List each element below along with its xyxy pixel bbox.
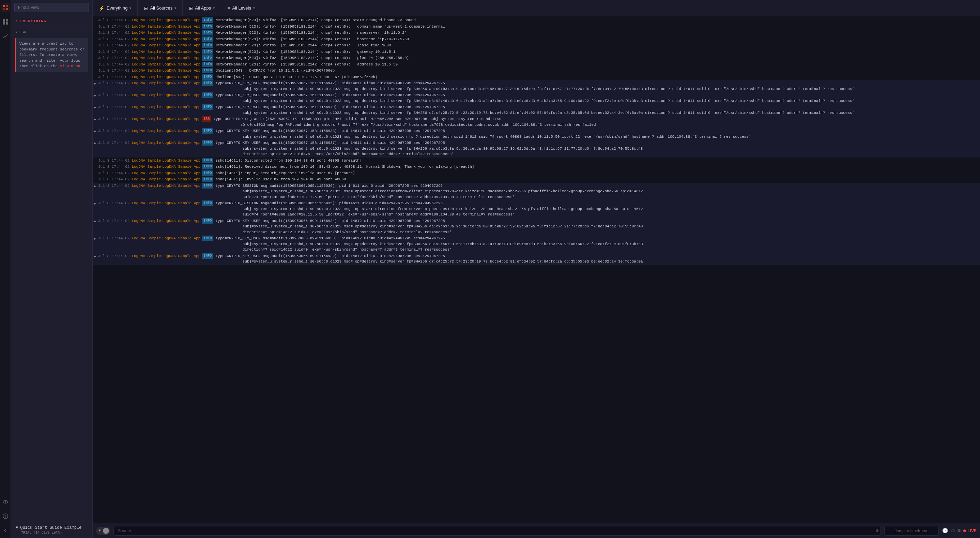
log-source: LogDNA Sample bbox=[132, 18, 161, 23]
log-line[interactable]: Jul 8 17:44:02 LogDNA Sample LogDNA Samp… bbox=[93, 24, 980, 30]
log-level-badge: INFO bbox=[202, 68, 213, 73]
log-line[interactable]: Jul 8 17:44:02 LogDNA Sample LogDNA Samp… bbox=[93, 158, 980, 164]
expand-arrow[interactable]: ▶ bbox=[94, 81, 96, 86]
expand-arrow[interactable]: ▶ bbox=[94, 254, 96, 259]
log-line[interactable]: Jul 8 17:44:02 LogDNA Sample LogDNA Samp… bbox=[93, 74, 980, 80]
log-line[interactable]: Jul 8 17:44:02 LogDNA Sample LogDNA Samp… bbox=[93, 36, 980, 43]
help-icon[interactable]: ? bbox=[2, 512, 10, 520]
log-line[interactable]: ▶Jul 8 17:44:02 LogDNA Sample LogDNA Sam… bbox=[93, 104, 980, 116]
log-line[interactable]: Jul 8 17:44:02 LogDNA Sample LogDNA Samp… bbox=[93, 17, 980, 24]
log-line[interactable]: Jul 8 17:44:02 LogDNA Sample LogDNA Samp… bbox=[93, 55, 980, 61]
log-source: LogDNA Sample bbox=[132, 116, 161, 122]
expand-arrow[interactable]: ▶ bbox=[94, 117, 96, 122]
expand-arrow[interactable]: ▶ bbox=[94, 105, 96, 110]
log-line[interactable]: Jul 8 17:44:02 LogDNA Sample LogDNA Samp… bbox=[93, 42, 980, 49]
timeframe-input[interactable]: Jump to timeframe bbox=[884, 526, 939, 536]
all-sources-button[interactable]: ⊟ All Sources ▾ bbox=[138, 0, 183, 16]
log-source: LogDNA Sample bbox=[132, 201, 161, 206]
log-timestamp: Jul 8 17:44:02 bbox=[98, 49, 129, 55]
everything-label: EVERYTHING bbox=[21, 19, 46, 23]
calendar-icon[interactable]: 🕐 bbox=[942, 528, 948, 533]
bolt-icon: ⚡ bbox=[99, 5, 105, 11]
svg-rect-4 bbox=[3, 19, 5, 24]
collapse-icon[interactable] bbox=[2, 527, 10, 535]
log-message: sshd[14611]: Invalid user nx from 109.10… bbox=[215, 177, 977, 182]
log-line[interactable]: Jul 8 17:44:02 LogDNA Sample LogDNA Samp… bbox=[93, 176, 980, 183]
log-source: LogDNA Sample bbox=[132, 37, 161, 42]
log-source: LogDNA Sample bbox=[132, 140, 161, 146]
all-apps-button[interactable]: ⊞ All Apps ▾ bbox=[183, 0, 221, 16]
svg-rect-5 bbox=[6, 19, 8, 21]
log-source: LogDNA Sample bbox=[132, 171, 161, 176]
log-line[interactable]: Jul 8 17:44:02 LogDNA Sample LogDNA Samp… bbox=[93, 61, 980, 68]
log-line[interactable]: ▶Jul 8 17:44:02 LogDNA Sample LogDNA Sam… bbox=[93, 128, 980, 140]
apps-icon: ⊞ bbox=[189, 5, 193, 11]
log-timestamp: Jul 8 17:44:02 bbox=[98, 24, 129, 30]
log-message: sshd[14611]: input_userauth_request: inv… bbox=[215, 171, 977, 176]
quick-start-section: ▼ Quick Start Guide Example TRIAL (14 da… bbox=[11, 522, 92, 538]
log-source: LogDNA Sample bbox=[132, 253, 161, 259]
expand-arrow[interactable]: ▶ bbox=[94, 201, 96, 206]
log-line[interactable]: ▶Jul 8 17:44:02 LogDNA Sample LogDNA Sam… bbox=[93, 218, 980, 236]
log-source: LogDNA Sample bbox=[132, 62, 161, 67]
log-app: LogDNA Sample App bbox=[162, 74, 200, 80]
log-timestamp: Jul 8 17:44:02 bbox=[98, 183, 129, 189]
log-level-badge: info bbox=[202, 30, 213, 35]
expand-arrow[interactable]: ▶ bbox=[94, 141, 96, 146]
log-line[interactable]: ▶Jul 8 17:44:02 LogDNA Sample LogDNA Sam… bbox=[93, 183, 980, 201]
expand-arrow[interactable]: ▶ bbox=[94, 184, 96, 189]
log-area[interactable]: Jul 8 17:44:02 LogDNA Sample LogDNA Samp… bbox=[93, 16, 980, 523]
log-timestamp: Jul 8 17:44:02 bbox=[98, 104, 129, 110]
log-line[interactable]: ▶Jul 8 17:44:02 LogDNA Sample LogDNA Sam… bbox=[93, 80, 980, 92]
log-message: NetworkManager[523]: <info> [1539953183.… bbox=[215, 24, 977, 30]
topbar: ⚡ Everything ▾ ⊟ All Sources ▾ ⊞ All App… bbox=[93, 0, 980, 16]
expand-arrow[interactable]: ▶ bbox=[94, 219, 96, 224]
find-view-input[interactable] bbox=[14, 3, 89, 12]
panels-icon[interactable] bbox=[2, 18, 10, 26]
log-source: LogDNA Sample bbox=[132, 158, 161, 164]
search-help-icon[interactable]: ⊕ bbox=[874, 528, 880, 533]
log-source: LogDNA Sample bbox=[132, 236, 161, 241]
live-badge[interactable]: LIVE bbox=[963, 528, 977, 533]
bolt-icon: ⚡ bbox=[16, 19, 18, 23]
log-source: LogDNA Sample bbox=[132, 80, 161, 86]
log-message: type=CRYPTO_KEY_USER msg=audit(153995306… bbox=[215, 236, 977, 253]
log-line[interactable]: Jul 8 17:44:02 LogDNA Sample LogDNA Samp… bbox=[93, 30, 980, 36]
log-source: LogDNA Sample bbox=[132, 55, 161, 61]
log-app: LogDNA Sample App bbox=[162, 55, 200, 61]
trial-label: TRIAL (14 days left) bbox=[16, 530, 88, 535]
eye-icon[interactable] bbox=[2, 498, 10, 506]
graph-icon[interactable] bbox=[2, 32, 10, 40]
everything-nav-item[interactable]: ⚡ EVERYTHING bbox=[11, 15, 92, 27]
theme-toggle[interactable]: ☀ bbox=[96, 527, 110, 535]
expand-arrow[interactable]: ▶ bbox=[94, 129, 96, 134]
log-line[interactable]: Jul 8 17:44:02 LogDNA Sample LogDNA Samp… bbox=[93, 67, 980, 74]
logo-icon[interactable] bbox=[2, 3, 10, 11]
log-line[interactable]: ▶Jul 8 17:44:02 LogDNA Sample LogDNA Sam… bbox=[93, 140, 980, 158]
log-message: sshd[14611]: Received disconnect from 10… bbox=[215, 164, 977, 170]
svg-rect-2 bbox=[3, 8, 5, 10]
log-line[interactable]: Jul 8 17:44:02 LogDNA Sample LogDNA Samp… bbox=[93, 170, 980, 177]
log-level-badge: INFO bbox=[202, 218, 213, 224]
log-timestamp: Jul 8 17:44:02 bbox=[98, 37, 129, 42]
settings-icon-bottom[interactable]: ⚙ bbox=[951, 527, 955, 534]
log-line[interactable]: ▶Jul 8 17:44:02 LogDNA Sample LogDNA Sam… bbox=[93, 200, 980, 218]
log-source: LogDNA Sample bbox=[132, 183, 161, 189]
log-level-badge: INFO bbox=[202, 201, 213, 206]
log-line[interactable]: ▶Jul 8 17:44:02 LogDNA Sample LogDNA Sam… bbox=[93, 253, 980, 265]
log-line[interactable]: ▶Jul 8 17:44:02 LogDNA Sample LogDNA Sam… bbox=[93, 116, 980, 128]
log-line[interactable]: Jul 8 17:44:02 LogDNA Sample LogDNA Samp… bbox=[93, 49, 980, 55]
log-line[interactable]: ▶Jul 8 17:44:02 LogDNA Sample LogDNA Sam… bbox=[93, 235, 980, 253]
everything-button[interactable]: ⚡ Everything ▾ bbox=[93, 0, 138, 16]
log-app: LogDNA Sample App bbox=[162, 236, 200, 241]
filter-icon[interactable]: ≡ bbox=[958, 528, 961, 534]
expand-arrow[interactable]: ▶ bbox=[94, 93, 96, 98]
log-app: LogDNA Sample App bbox=[162, 177, 200, 182]
log-line[interactable]: Jul 8 17:44:02 LogDNA Sample LogDNA Samp… bbox=[93, 164, 980, 170]
log-line[interactable]: ▶Jul 8 17:44:02 LogDNA Sample LogDNA Sam… bbox=[93, 92, 980, 104]
expand-arrow[interactable]: ▶ bbox=[94, 236, 96, 241]
quick-start-header[interactable]: ▼ Quick Start Guide Example bbox=[16, 525, 88, 530]
search-input[interactable] bbox=[114, 527, 873, 535]
all-levels-button[interactable]: ≡ All Levels ▾ bbox=[221, 0, 261, 16]
view-menu-link[interactable]: view menu. bbox=[60, 64, 83, 68]
